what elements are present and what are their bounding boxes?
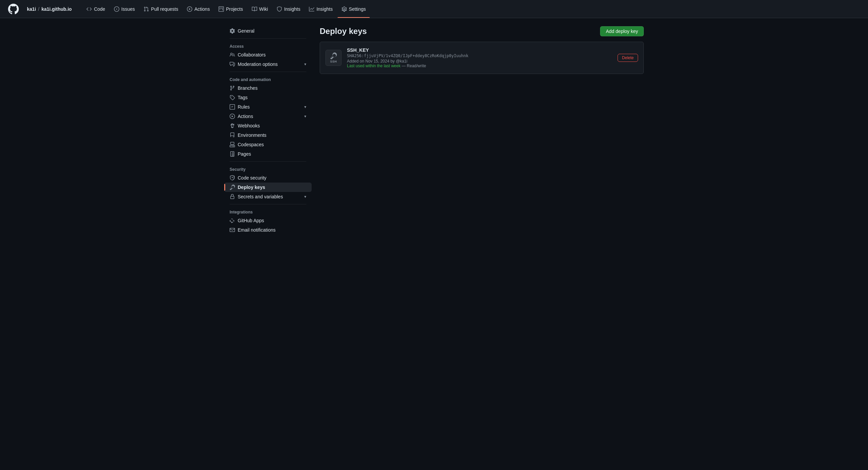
wiki-icon	[252, 6, 257, 12]
comment-icon	[229, 62, 235, 67]
sidebar-item-label: GitHub Apps	[238, 218, 264, 223]
sidebar-item-code-security[interactable]: Code security	[224, 173, 312, 183]
sidebar-item-label: Email notifications	[238, 227, 276, 233]
rules-icon	[229, 104, 235, 109]
sidebar-item-label: Webhooks	[238, 123, 260, 128]
nav-label-actions: Actions	[194, 6, 210, 12]
sidebar-item-secrets[interactable]: Secrets and variables ▾	[224, 192, 312, 201]
page-title: Deploy keys	[320, 27, 367, 36]
deploy-key-card: SSH SSH_KEY SHA256:fjjuVjPV/1v4ZQ0/IJpF+…	[320, 42, 644, 74]
sidebar-item-label: Pages	[238, 151, 251, 157]
nav-label-code: Code	[94, 6, 105, 12]
sidebar-section-code: Code and automation	[224, 75, 312, 83]
key-fingerprint: SHA256:fjjuVjPV/1v4ZQ0/IJpF+ddey8CzRoKdq…	[347, 54, 612, 58]
sidebar-section-security: Security	[224, 164, 312, 173]
topbar: ka1i / ka1i.github.io Code Issues Pull r…	[0, 0, 868, 18]
sidebar-item-pages[interactable]: Pages	[224, 149, 312, 159]
sidebar-item-label: Deploy keys	[238, 185, 265, 190]
code-icon	[86, 6, 92, 12]
nav-label-security: Insights	[284, 6, 300, 12]
sidebar-item-codespaces[interactable]: Codespaces	[224, 140, 312, 149]
sidebar-item-general[interactable]: General	[224, 26, 312, 36]
sidebar-divider-2	[229, 72, 306, 72]
insights-icon	[309, 6, 314, 12]
github-logo	[8, 4, 19, 14]
key-icon-wrapper: SSH	[326, 50, 342, 66]
sidebar-section-access: Access	[224, 41, 312, 50]
access-type-text: — Read/write	[402, 64, 426, 68]
key-sidebar-icon	[229, 185, 235, 190]
key-added-info: Added on Nov 15, 2024 by @ka1i	[347, 59, 407, 64]
nav-label-settings: Settings	[349, 6, 366, 12]
sidebar-item-label: Codespaces	[238, 142, 264, 147]
sidebar-item-moderation[interactable]: Moderation options ▾	[224, 60, 312, 69]
breadcrumb-separator: /	[38, 6, 39, 12]
nav-label-wiki: Wiki	[259, 6, 268, 12]
main-content: Deploy keys Add deploy key SSH SSH_KEY S…	[320, 26, 644, 235]
delete-key-button[interactable]: Delete	[618, 54, 638, 62]
nav-item-projects[interactable]: Projects	[215, 4, 247, 14]
settings-nav-icon	[342, 6, 347, 12]
sidebar-divider-4	[229, 204, 306, 205]
nav-item-wiki[interactable]: Wiki	[248, 4, 272, 14]
sidebar-item-label: Rules	[238, 104, 250, 109]
sidebar-item-email-notifications[interactable]: Email notifications	[224, 225, 312, 235]
sidebar-item-label: Secrets and variables	[238, 194, 283, 199]
sidebar-item-deploy-keys[interactable]: Deploy keys	[224, 183, 312, 192]
sidebar-item-collaborators[interactable]: Collaborators	[224, 50, 312, 60]
email-icon	[229, 227, 235, 233]
page-layout: General Access Collaborators Moderation …	[219, 18, 649, 243]
main-header: Deploy keys Add deploy key	[320, 26, 644, 36]
nav-label-pull-requests: Pull requests	[151, 6, 178, 12]
sidebar-item-rules[interactable]: Rules ▾	[224, 102, 312, 112]
secrets-icon	[229, 194, 235, 199]
people-icon	[229, 52, 235, 58]
sidebar-divider-3	[229, 161, 306, 162]
nav-item-settings[interactable]: Settings	[338, 4, 370, 14]
last-used-text: Last used within the last week	[347, 64, 400, 68]
chevron-down-icon: ▾	[304, 104, 306, 109]
sidebar-item-label: Collaborators	[238, 52, 266, 58]
key-name: SSH_KEY	[347, 48, 612, 53]
chevron-down-icon: ▾	[304, 114, 306, 119]
nav-item-code[interactable]: Code	[82, 4, 109, 14]
sidebar-item-label: Actions	[238, 114, 253, 119]
sidebar: General Access Collaborators Moderation …	[224, 26, 312, 235]
nav-item-issues[interactable]: Issues	[110, 4, 139, 14]
pages-icon	[229, 151, 235, 157]
sidebar-item-github-apps[interactable]: GitHub Apps	[224, 216, 312, 225]
nav-item-actions[interactable]: Actions	[183, 4, 214, 14]
pr-icon	[144, 6, 149, 12]
nav-label-projects: Projects	[226, 6, 243, 12]
sidebar-item-webhooks[interactable]: Webhooks	[224, 121, 312, 130]
apps-icon	[229, 218, 235, 223]
topbar-nav: Code Issues Pull requests Actions	[82, 4, 860, 14]
breadcrumb-user[interactable]: ka1i	[27, 6, 36, 12]
branch-icon	[229, 85, 235, 91]
tag-icon	[229, 95, 235, 100]
webhook-icon	[229, 123, 235, 128]
sidebar-item-environments[interactable]: Environments	[224, 130, 312, 140]
sidebar-item-tags[interactable]: Tags	[224, 93, 312, 102]
projects-icon	[218, 6, 224, 12]
nav-label-issues: Issues	[121, 6, 135, 12]
nav-item-pull-requests[interactable]: Pull requests	[140, 4, 182, 14]
actions-icon	[187, 6, 192, 12]
sidebar-divider-1	[229, 38, 306, 39]
key-meta: Added on Nov 15, 2024 by @ka1i	[347, 59, 612, 64]
add-deploy-key-button[interactable]: Add deploy key	[600, 26, 644, 36]
breadcrumb-repo[interactable]: ka1i.github.io	[41, 6, 72, 12]
security-nav-icon	[277, 6, 282, 12]
nav-label-insights: Insights	[316, 6, 333, 12]
nav-item-security[interactable]: Insights	[273, 4, 304, 14]
nav-item-insights[interactable]: Insights	[305, 4, 337, 14]
codespaces-icon	[229, 142, 235, 147]
key-icon-large	[330, 53, 337, 59]
environments-icon	[229, 132, 235, 138]
chevron-down-icon: ▾	[304, 194, 306, 199]
gear-icon	[229, 28, 235, 34]
sidebar-item-branches[interactable]: Branches	[224, 83, 312, 93]
chevron-down-icon: ▾	[304, 62, 306, 67]
key-info: SSH_KEY SHA256:fjjuVjPV/1v4ZQ0/IJpF+ddey…	[347, 48, 612, 68]
sidebar-item-actions[interactable]: Actions ▾	[224, 112, 312, 121]
